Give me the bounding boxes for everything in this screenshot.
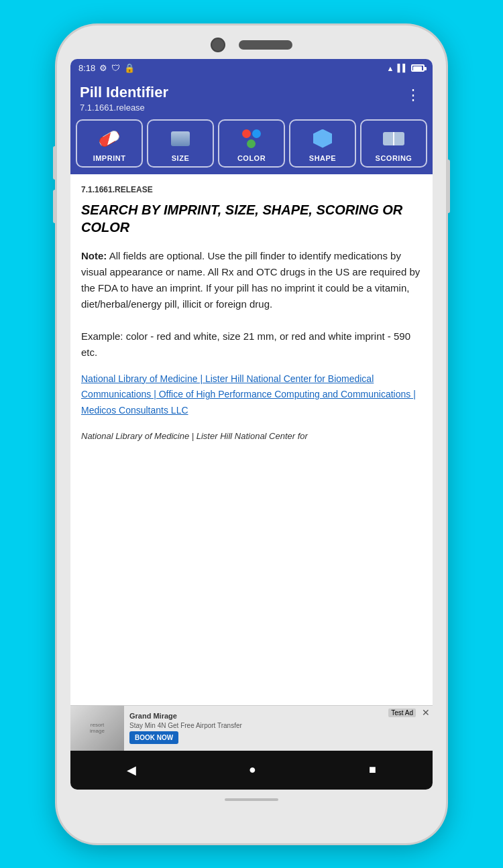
- ad-label: Test Ad: [388, 708, 416, 717]
- ad-book-button[interactable]: BOOK NOW: [129, 731, 178, 744]
- note-section: Note: All fields are optional. Use the p…: [81, 248, 422, 361]
- color-label: COLOR: [237, 154, 266, 162]
- version-label: 7.1.1661.RELEASE: [81, 185, 422, 194]
- app-title: Pill Identifier: [80, 84, 168, 101]
- phone-bottom: [225, 790, 278, 810]
- size-icon-area: [168, 126, 193, 151]
- note-bold: Note:: [81, 250, 107, 261]
- example-text: Example: color - red and white, size 21 …: [81, 330, 410, 358]
- filter-bar: IMPRINT SIZE COLOR: [70, 119, 433, 174]
- camera: [211, 38, 225, 52]
- screen: 8:18 ⚙ 🛡 🔒 ▌▌ Pill Identifier 7.1.1661.r…: [70, 59, 433, 790]
- note-text: All fields are optional. Use the pill fi…: [81, 250, 420, 310]
- color-dots-icon: [242, 129, 261, 148]
- size-filter-button[interactable]: SIZE: [147, 119, 214, 168]
- power-button[interactable]: [446, 160, 450, 213]
- app-bar: Pill Identifier 7.1.1661.release ⋮: [70, 77, 433, 119]
- shield-icon: 🛡: [111, 63, 120, 73]
- links-section: National Library of Medicine | Lister Hi…: [81, 371, 422, 419]
- scoring-label: SCORING: [376, 154, 412, 162]
- status-bar: 8:18 ⚙ 🛡 🔒 ▌▌: [70, 59, 433, 77]
- recents-button[interactable]: ■: [355, 757, 390, 782]
- scoring-icon-area: [381, 126, 406, 151]
- imprint-icon: [97, 126, 122, 151]
- content-area[interactable]: 7.1.1661.RELEASE SEARCH BY IMPRINT, SIZE…: [70, 174, 433, 705]
- scoring-filter-button[interactable]: SCORING: [360, 119, 427, 168]
- ad-text: Stay Min 4N Get Free Airport Transfer: [129, 722, 427, 729]
- footer-italic: National Library of Medicine | Lister Hi…: [81, 430, 422, 443]
- shape-filter-button[interactable]: SHAPE: [289, 119, 356, 168]
- status-right: ▌▌: [387, 63, 425, 73]
- app-subtitle: 7.1.1661.release: [80, 103, 168, 113]
- speaker: [239, 40, 292, 50]
- size-icon: [171, 131, 190, 146]
- clock: 8:18: [78, 63, 95, 73]
- nlm-link[interactable]: National Library of Medicine | Lister Hi…: [81, 373, 416, 416]
- color-icon-area: [239, 126, 264, 151]
- green-dot: [247, 139, 256, 148]
- home-indicator: [225, 798, 278, 801]
- pill-icon: [97, 129, 121, 149]
- wifi-icon: [387, 63, 394, 73]
- phone-top: [57, 25, 446, 59]
- signal-icon: ▌▌: [397, 64, 408, 72]
- ad-brand: Grand Mirage: [129, 712, 427, 720]
- ad-content: Grand Mirage Stay Min 4N Get Free Airpor…: [124, 709, 433, 747]
- lock-icon: 🔒: [124, 63, 135, 73]
- more-options-button[interactable]: ⋮: [403, 84, 423, 107]
- red-dot: [242, 129, 251, 138]
- status-left: 8:18 ⚙ 🛡 🔒: [78, 63, 135, 73]
- volume-down-button[interactable]: [53, 146, 57, 180]
- home-button[interactable]: ●: [235, 757, 270, 782]
- back-button[interactable]: ◀: [113, 757, 150, 783]
- app-bar-text: Pill Identifier 7.1.1661.release: [80, 84, 168, 113]
- ad-image: resortimage: [70, 705, 124, 751]
- blue-dot: [252, 129, 261, 138]
- shape-label: SHAPE: [309, 154, 336, 162]
- ad-close-button[interactable]: ✕: [422, 707, 430, 718]
- search-heading: SEARCH BY IMPRINT, SIZE, SHAPE, SCORING …: [81, 201, 422, 236]
- shape-icon-area: [310, 126, 335, 151]
- volume-up-button[interactable]: [53, 190, 57, 223]
- imprint-filter-button[interactable]: IMPRINT: [76, 119, 143, 168]
- hexagon-icon: [313, 129, 332, 148]
- size-label: SIZE: [172, 154, 189, 162]
- phone-frame: 8:18 ⚙ 🛡 🔒 ▌▌ Pill Identifier 7.1.1661.r…: [57, 25, 446, 843]
- settings-icon: ⚙: [99, 63, 107, 73]
- imprint-label: IMPRINT: [93, 154, 126, 162]
- ad-banner[interactable]: resortimage Grand Mirage Stay Min 4N Get…: [70, 705, 433, 751]
- nav-bar: ◀ ● ■: [70, 751, 433, 790]
- battery-icon: [411, 64, 425, 72]
- color-filter-button[interactable]: COLOR: [218, 119, 285, 168]
- scoring-icon: [383, 132, 404, 145]
